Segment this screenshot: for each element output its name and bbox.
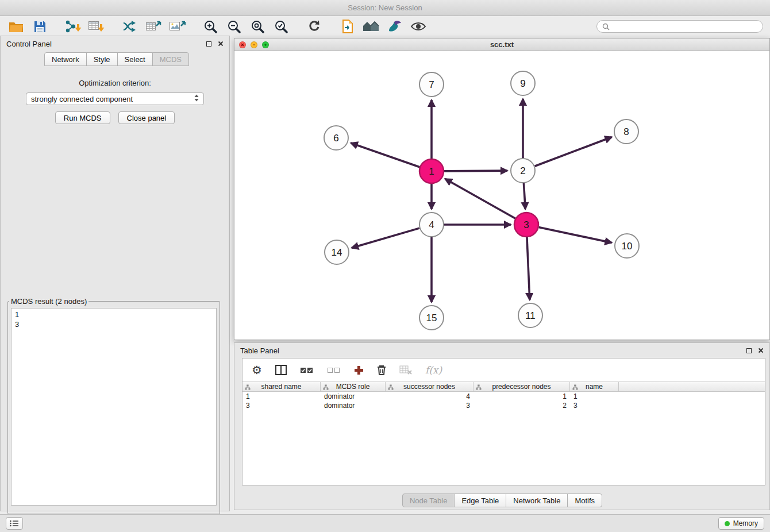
memory-button[interactable]: Memory bbox=[718, 517, 764, 530]
graph-node-4[interactable]: 4 bbox=[419, 213, 444, 237]
tab-motifs[interactable]: Motifs bbox=[567, 494, 602, 507]
float-panel-button[interactable] bbox=[206, 40, 211, 48]
svg-text:14: 14 bbox=[332, 247, 342, 258]
tab-style[interactable]: Style bbox=[86, 52, 118, 66]
minimize-window-button[interactable] bbox=[251, 41, 257, 48]
table-cell[interactable]: 4 bbox=[386, 392, 473, 400]
network-canvas[interactable]: 7968124314101511 bbox=[234, 51, 769, 340]
clone-network-button[interactable] bbox=[121, 18, 139, 35]
graph-edge-2-3[interactable] bbox=[523, 183, 525, 209]
node-table-area: ⚙ f(x) shared nameMCDS rolesuccessor nod… bbox=[242, 358, 765, 485]
mac-minimize-icon bbox=[252, 43, 256, 47]
plus-icon bbox=[354, 365, 364, 375]
graph-node-6[interactable]: 6 bbox=[324, 126, 348, 150]
table-cell[interactable]: dominator bbox=[321, 402, 386, 410]
style-brush-button[interactable] bbox=[386, 18, 404, 35]
tab-node-table[interactable]: Node Table bbox=[402, 494, 455, 507]
zoom-out-button[interactable] bbox=[225, 18, 243, 35]
float-table-panel-button[interactable] bbox=[746, 346, 752, 355]
network-window-titlebar[interactable]: scc.txt bbox=[234, 38, 769, 51]
import-document-button[interactable] bbox=[338, 18, 357, 35]
graph-edge-1-2[interactable] bbox=[444, 171, 507, 171]
zoom-selected-button[interactable] bbox=[272, 18, 290, 35]
table-x-icon bbox=[399, 365, 412, 375]
column-header-successor-nodes[interactable]: successor nodes bbox=[386, 382, 473, 391]
save-session-button[interactable] bbox=[30, 18, 49, 35]
graph-edge-3-1[interactable] bbox=[445, 179, 515, 218]
network-view-window: scc.txt 7968124314101511 bbox=[234, 38, 770, 340]
graph-edge-4-14[interactable] bbox=[352, 228, 419, 248]
column-tree-icon bbox=[476, 384, 482, 390]
graph-node-1[interactable]: 1 bbox=[419, 159, 444, 183]
table-cell[interactable]: 2 bbox=[473, 402, 570, 410]
graph-node-15[interactable]: 15 bbox=[419, 306, 444, 330]
table-cell[interactable]: dominator bbox=[321, 392, 386, 400]
export-image-button[interactable] bbox=[168, 18, 186, 35]
close-panel-button[interactable] bbox=[218, 40, 224, 48]
eye-icon bbox=[410, 21, 426, 32]
table-cell[interactable]: 3 bbox=[386, 402, 473, 410]
refresh-icon bbox=[307, 20, 321, 33]
graph-node-9[interactable]: 9 bbox=[511, 71, 535, 95]
column-header-mcds-role[interactable]: MCDS role bbox=[321, 382, 386, 391]
open-session-button[interactable] bbox=[7, 18, 25, 35]
table-panel-tabs: Node Table Edge Table Network Table Moti… bbox=[234, 494, 769, 507]
table-cell[interactable]: 1 bbox=[473, 392, 570, 400]
graph-node-14[interactable]: 14 bbox=[325, 240, 349, 264]
graph-node-7[interactable]: 7 bbox=[419, 72, 444, 97]
refresh-view-button[interactable] bbox=[305, 18, 324, 35]
zoom-in-button[interactable] bbox=[201, 18, 220, 35]
close-window-button[interactable] bbox=[239, 41, 246, 48]
close-panel-button2[interactable]: Close panel bbox=[118, 111, 175, 124]
column-header-shared-name[interactable]: shared name bbox=[242, 382, 321, 391]
run-mcds-button[interactable]: Run MCDS bbox=[55, 111, 110, 124]
svg-text:6: 6 bbox=[333, 133, 338, 144]
column-header-predecessor-nodes[interactable]: predecessor nodes bbox=[473, 382, 570, 391]
tab-network[interactable]: Network bbox=[44, 52, 87, 66]
control-panel-header: Control Panel bbox=[1, 36, 229, 51]
search-box[interactable] bbox=[596, 20, 763, 33]
toggle-details-button[interactable] bbox=[409, 18, 428, 35]
tab-edge-table[interactable]: Edge Table bbox=[454, 494, 506, 507]
graph-edge-1-6[interactable] bbox=[351, 143, 419, 167]
table-cell[interactable]: 3 bbox=[570, 402, 619, 410]
mac-close-icon bbox=[241, 43, 244, 47]
optimization-dropdown[interactable]: strongly connected component bbox=[26, 92, 204, 105]
export-table-button[interactable] bbox=[144, 18, 163, 35]
tab-select[interactable]: Select bbox=[117, 52, 153, 66]
import-network-button[interactable] bbox=[64, 18, 82, 35]
graph-node-3[interactable]: 3 bbox=[514, 213, 538, 237]
show-columns-button[interactable] bbox=[275, 365, 287, 375]
graph-edge-2-8[interactable] bbox=[535, 137, 612, 167]
close-table-panel-button[interactable] bbox=[758, 346, 764, 355]
svg-text:11: 11 bbox=[525, 310, 536, 321]
tab-mcds[interactable]: MCDS bbox=[152, 52, 189, 66]
curved-arrows-icon bbox=[122, 20, 137, 33]
delete-column-button[interactable] bbox=[377, 365, 386, 375]
deselect-all-button[interactable] bbox=[327, 367, 341, 373]
graph-node-10[interactable]: 10 bbox=[615, 234, 639, 258]
select-all-button[interactable] bbox=[300, 367, 314, 373]
homes-button[interactable] bbox=[362, 18, 380, 35]
zoom-fit-button[interactable] bbox=[248, 18, 267, 35]
table-cell[interactable]: 1 bbox=[570, 392, 619, 400]
table-cell[interactable]: 3 bbox=[242, 402, 321, 410]
import-table-button[interactable] bbox=[87, 18, 106, 35]
graph-node-11[interactable]: 11 bbox=[518, 303, 542, 327]
graph-node-2[interactable]: 2 bbox=[511, 159, 535, 183]
image-export-arrow-icon bbox=[169, 20, 186, 33]
graph-node-8[interactable]: 8 bbox=[614, 119, 638, 144]
menu-list-button[interactable] bbox=[6, 517, 23, 530]
add-column-button[interactable] bbox=[354, 365, 364, 375]
mcds-result-group: MCDS result (2 nodes) 1 3 bbox=[7, 297, 220, 514]
graph-edge-3-10[interactable] bbox=[539, 228, 612, 243]
table-row[interactable]: 3dominator323 bbox=[242, 401, 765, 410]
tab-network-table[interactable]: Network Table bbox=[506, 494, 568, 507]
column-header-name[interactable]: name bbox=[570, 382, 619, 391]
graph-edge-3-11[interactable] bbox=[527, 237, 530, 300]
table-row[interactable]: 1dominator411 bbox=[242, 392, 765, 401]
table-cell[interactable]: 1 bbox=[242, 392, 321, 400]
search-input[interactable] bbox=[613, 22, 757, 31]
table-settings-button[interactable]: ⚙ bbox=[252, 364, 262, 376]
maximize-window-button[interactable] bbox=[262, 41, 269, 48]
